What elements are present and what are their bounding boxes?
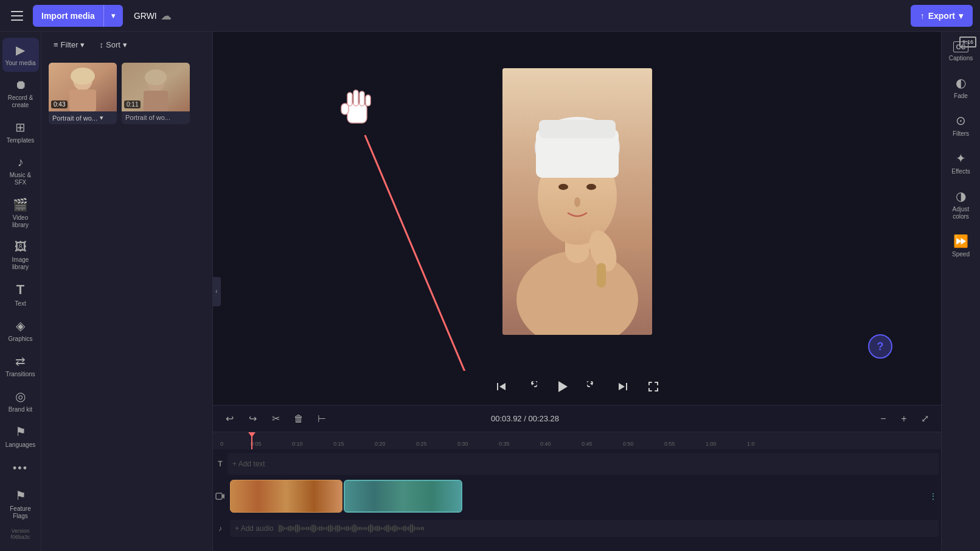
- zoom-out-button[interactable]: −: [874, 410, 892, 428]
- expand-timeline-button[interactable]: ⤢: [916, 410, 934, 428]
- undo-button[interactable]: ↩: [220, 410, 238, 428]
- svg-point-7: [145, 69, 167, 85]
- import-media-button[interactable]: Import media ▾: [33, 5, 123, 27]
- media-panel: ≡ Filter ▾ ↕ Sort ▾: [41, 32, 213, 551]
- right-panel-adjust-colors[interactable]: ◑ Adjustcolors: [944, 184, 978, 225]
- video-preview: [502, 68, 652, 335]
- portrait-svg: [502, 68, 652, 335]
- right-panel-effects[interactable]: ✦ Effects: [944, 146, 978, 180]
- ruler-mark-10: 0:50: [623, 441, 664, 449]
- sidebar-item-text[interactable]: T Text: [2, 277, 39, 312]
- skip-back-button[interactable]: [492, 378, 511, 398]
- fade-icon: ◐: [956, 75, 966, 90]
- sidebar-label-graphics: Graphics: [8, 335, 32, 343]
- svg-rect-35: [216, 493, 222, 499]
- ruler-mark-1: 0:05: [251, 441, 292, 449]
- delete-icon: 🗑: [294, 413, 304, 424]
- playhead-head: [248, 432, 255, 437]
- svg-rect-33: [626, 383, 627, 390]
- redo-icon: ↪: [249, 413, 257, 424]
- expand-icon: ⤢: [921, 413, 929, 424]
- export-label: Export: [928, 11, 955, 21]
- right-panel-filters[interactable]: ⊙ Filters: [944, 108, 978, 142]
- svg-point-14: [574, 197, 580, 207]
- import-dropdown-arrow[interactable]: ▾: [103, 5, 123, 27]
- sidebar-item-more[interactable]: •••: [2, 455, 39, 482]
- video-clip-1[interactable]: [230, 480, 342, 513]
- svg-rect-23: [347, 93, 352, 106]
- filters-icon: ⊙: [956, 113, 966, 128]
- sort-button[interactable]: ↕ Sort ▾: [94, 38, 131, 52]
- sidebar-label-video-library: Video library: [5, 214, 36, 229]
- playhead[interactable]: [251, 432, 252, 449]
- video-icon: [215, 491, 225, 501]
- svg-rect-17: [539, 120, 616, 138]
- rewind-button[interactable]: [522, 378, 541, 398]
- project-name[interactable]: GRWI ☁: [134, 9, 172, 23]
- sidebar-label-music: Music & SFX: [5, 172, 36, 186]
- sort-icon: ↕: [99, 40, 103, 49]
- skip-forward-button[interactable]: [613, 378, 633, 398]
- text-track-t-icon: T: [218, 460, 222, 468]
- sidebar-item-image-library[interactable]: 🖼 Image library: [2, 235, 39, 276]
- media-item-1[interactable]: 0:11 Portrait of wo...: [122, 63, 190, 124]
- sidebar-item-music-sfx[interactable]: ♪ Music & SFX: [2, 150, 39, 191]
- sidebar-label-record: Record &create: [8, 94, 33, 109]
- sidebar-item-your-media[interactable]: ▶ Your media: [2, 38, 39, 72]
- media-label-chevron-0: ▾: [100, 114, 103, 122]
- export-button[interactable]: ↑ Export ▾: [911, 5, 973, 27]
- collapse-media-panel-button[interactable]: ‹: [212, 277, 221, 306]
- svg-point-13: [586, 184, 596, 190]
- right-panel-speed[interactable]: ⏩ Speed: [944, 229, 978, 263]
- audio-track-content[interactable]: + Add audio // Generate waveform bars in…: [230, 520, 939, 537]
- media-item-0[interactable]: 0:43 Portrait of wo... ▾: [49, 63, 117, 124]
- text-track-content[interactable]: + Add text: [228, 453, 939, 475]
- timeline-toolbar: ↩ ↪ ✂ 🗑 ⊢ 00:03.92 / 00:23.28 −: [213, 405, 941, 432]
- help-button[interactable]: ?: [868, 334, 892, 359]
- video-library-icon: 🎬: [13, 197, 28, 212]
- audio-track-row: ♪ + Add audio // Generate waveform bars …: [213, 516, 941, 541]
- timeline-time-display: 00:03.92 / 00:23.28: [491, 414, 559, 423]
- hamburger-menu-button[interactable]: [7, 6, 27, 26]
- sidebar-item-templates[interactable]: ⊞ Templates: [2, 115, 39, 149]
- sidebar-item-graphics[interactable]: ◈ Graphics: [2, 314, 39, 348]
- svg-rect-6: [144, 91, 168, 111]
- sidebar-item-video-library[interactable]: 🎬 Video library: [2, 192, 39, 234]
- adjust-colors-icon: ◑: [956, 189, 966, 203]
- sort-label: Sort: [106, 40, 120, 49]
- sidebar-item-record-create[interactable]: ⏺ Record &create: [2, 73, 39, 114]
- ruler-mark-9: 0:45: [582, 441, 623, 449]
- text-icon: T: [16, 282, 24, 298]
- zoom-in-icon: +: [901, 413, 906, 424]
- main-layout: ▶ Your media ⏺ Record &create ⊞ Template…: [0, 32, 980, 551]
- sidebar-item-transitions[interactable]: ⇄ Transitions: [2, 349, 39, 383]
- video-clip-2[interactable]: ⋮: [344, 480, 462, 513]
- zoom-in-button[interactable]: +: [895, 410, 913, 428]
- sidebar-label-image-library: Image library: [5, 256, 36, 271]
- more-dots-icon: •••: [13, 462, 28, 475]
- languages-icon: ⚑: [15, 424, 26, 439]
- svg-point-3: [71, 68, 95, 85]
- add-audio-label: + Add audio: [235, 524, 274, 533]
- ruler-mark-6: 0:30: [457, 441, 499, 449]
- text-track-row: T + Add text: [213, 452, 941, 476]
- sidebar-label-your-media: Your media: [5, 60, 35, 67]
- svg-rect-25: [360, 91, 364, 106]
- playback-controls: [213, 371, 941, 405]
- sidebar-item-languages[interactable]: ⚑ Languages: [2, 419, 39, 454]
- right-panel-fade[interactable]: ◐ Fade: [944, 71, 978, 105]
- split-button[interactable]: ⊢: [313, 410, 331, 428]
- export-dropdown-arrow[interactable]: ▾: [959, 11, 963, 21]
- fullscreen-button[interactable]: [644, 378, 663, 398]
- sidebar-item-feature-flags[interactable]: ⚑ Feature Flags: [2, 483, 39, 525]
- rewind-icon: [526, 381, 537, 395]
- redo-button[interactable]: ↪: [243, 410, 262, 428]
- sidebar-item-brand-kit[interactable]: ◎ Brand kit: [2, 384, 39, 418]
- aspect-ratio-display: 9:16: [959, 37, 976, 47]
- filter-button[interactable]: ≡ Filter ▾: [49, 38, 89, 52]
- forward-button[interactable]: [583, 378, 602, 398]
- speed-icon: ⏩: [953, 234, 968, 248]
- play-button[interactable]: [552, 378, 572, 398]
- delete-button[interactable]: 🗑: [290, 410, 308, 428]
- cut-button[interactable]: ✂: [266, 410, 285, 428]
